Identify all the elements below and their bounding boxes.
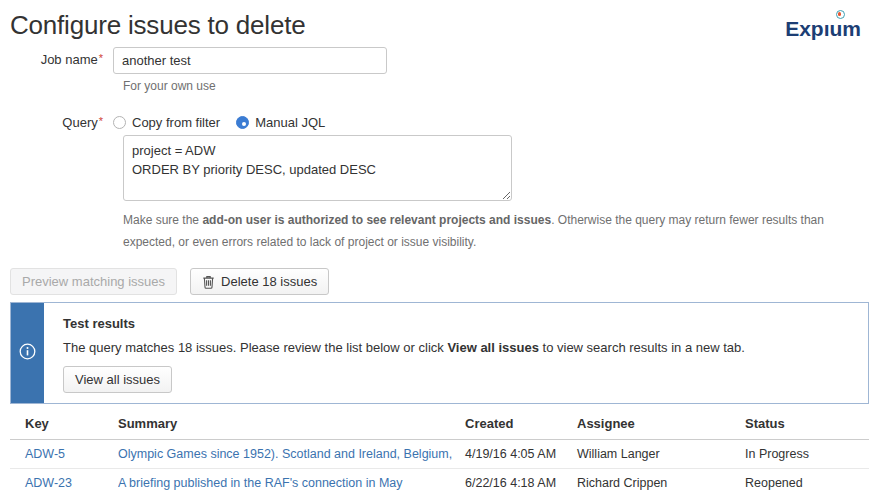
action-buttons: Preview matching issues Delete 18 issues	[10, 268, 871, 295]
required-asterisk: *	[99, 115, 103, 127]
preview-matching-issues-button[interactable]: Preview matching issues	[10, 268, 177, 295]
table-body: ADW-5 Olympic Games since 1952). Scotlan…	[10, 440, 869, 496]
issue-key-link[interactable]: ADW-23	[25, 476, 72, 490]
query-help-text: Make sure the add-on user is authorized …	[123, 210, 861, 253]
column-header: Summary	[118, 404, 465, 440]
table-header-row: KeySummaryCreatedAssigneeStatus	[10, 404, 869, 440]
issue-summary-link[interactable]: Olympic Games since 1952). Scotland and …	[118, 447, 455, 461]
issue-assignee: William Langer	[577, 440, 745, 469]
job-name-row: Job name*	[0, 47, 871, 74]
expium-logo: Expıum	[785, 13, 861, 41]
query-label: Query*	[0, 110, 113, 130]
column-header: Key	[10, 404, 118, 440]
query-source-radio-group: Copy from filter Manual JQL	[113, 110, 335, 130]
required-asterisk: *	[99, 52, 103, 64]
page-title: Configure issues to delete	[10, 10, 305, 41]
manual-jql-radio[interactable]	[236, 116, 249, 129]
job-name-label: Job name*	[0, 47, 113, 74]
copy-from-filter-radio[interactable]	[113, 116, 126, 129]
delete-issues-button[interactable]: Delete 18 issues	[190, 268, 329, 295]
configure-form: Job name* For your own use Query* Copy f…	[0, 47, 871, 253]
column-header: Status	[745, 404, 869, 440]
query-row: Query* Copy from filter Manual JQL	[0, 110, 871, 130]
jql-textarea[interactable]: project = ADW ORDER BY priority DESC, up…	[123, 135, 512, 201]
test-results-title: Test results	[63, 316, 745, 331]
issue-summary-link[interactable]: A briefing published in the RAF's connec…	[118, 476, 403, 490]
issue-created: 4/19/16 4:05 AM	[465, 440, 577, 469]
copy-from-filter-label[interactable]: Copy from filter	[132, 115, 220, 130]
panel-info-bar	[11, 303, 44, 403]
issue-key-link[interactable]: ADW-5	[25, 447, 65, 461]
job-name-help: For your own use	[123, 79, 871, 93]
issue-created: 6/22/16 4:18 AM	[465, 469, 577, 496]
issue-assignee: Richard Crippen	[577, 469, 745, 496]
panel-content: Test results The query matches 18 issues…	[44, 303, 761, 403]
issues-table: KeySummaryCreatedAssigneeStatus ADW-5 Ol…	[10, 404, 869, 496]
table-row: ADW-23 A briefing published in the RAF's…	[10, 469, 869, 496]
job-name-input[interactable]	[113, 47, 387, 74]
page-header: Configure issues to delete Expıum	[0, 0, 871, 41]
table-row: ADW-5 Olympic Games since 1952). Scotlan…	[10, 440, 869, 469]
trash-icon	[202, 275, 215, 289]
test-results-message: The query matches 18 issues. Please revi…	[63, 340, 745, 355]
column-header: Created	[465, 404, 577, 440]
manual-jql-label[interactable]: Manual JQL	[255, 115, 325, 130]
test-results-panel: Test results The query matches 18 issues…	[10, 302, 869, 404]
logo-pin-icon	[836, 10, 845, 19]
column-header: Assignee	[577, 404, 745, 440]
issue-status: In Progress	[745, 440, 869, 469]
info-icon	[19, 343, 36, 363]
view-all-issues-button[interactable]: View all issues	[63, 366, 172, 393]
issue-status: Reopened	[745, 469, 869, 496]
